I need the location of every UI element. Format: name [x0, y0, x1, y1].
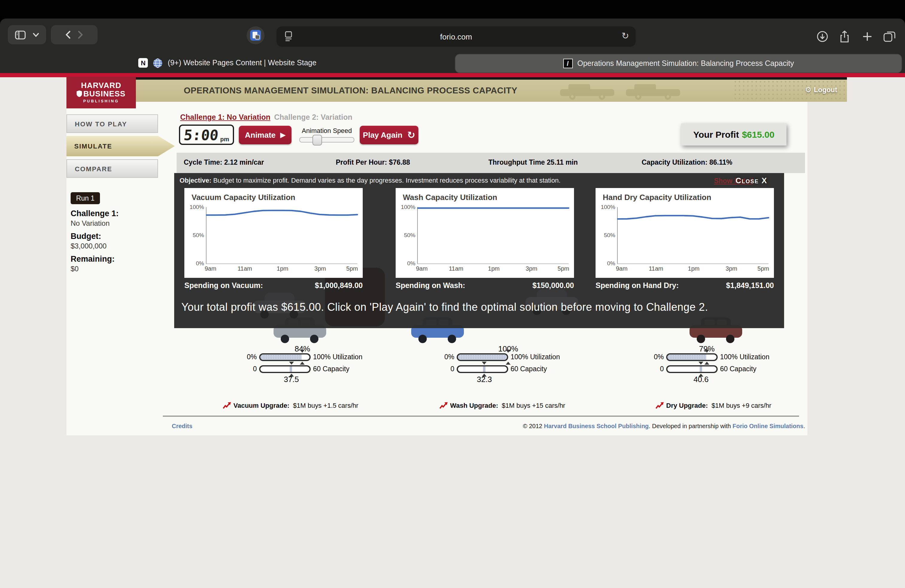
scale-max-label: 100% Utilization: [511, 353, 560, 361]
history-nav-group: [51, 25, 98, 44]
spending-value: $150,000.00: [532, 281, 574, 290]
spending-row-wash: Spending on Wash: $150,000.00: [395, 281, 574, 290]
spending-label: Spending on Wash:: [395, 281, 465, 290]
forward-button[interactable]: [78, 30, 83, 39]
upgrade-label: Vacuum Upgrade:: [233, 402, 289, 409]
capacity-value: 40.6: [683, 375, 719, 384]
utilization-fill: [260, 354, 302, 360]
extension-button[interactable]: [247, 26, 265, 44]
tab-challenge-2[interactable]: Challenge 2: Variation: [274, 113, 352, 122]
share-button[interactable]: [837, 29, 852, 44]
sidebar-item-simulate[interactable]: SIMULATE: [67, 136, 175, 156]
animation-speed-label: Animation Speed: [296, 127, 358, 134]
reload-icon[interactable]: ↻: [622, 30, 629, 41]
sidebar-item-compare[interactable]: COMPARE: [67, 159, 158, 178]
plot-area: [206, 207, 357, 264]
close-button[interactable]: Close X: [736, 176, 767, 185]
address-bar[interactable]: forio.com ↻: [276, 26, 636, 47]
animate-button[interactable]: Animate ▶: [239, 126, 292, 144]
objective-body: Budget to maximize profit. Demand varies…: [213, 176, 560, 184]
forio-favicon: /: [563, 59, 573, 68]
play-again-label: Play Again: [363, 130, 403, 140]
capacity-slider[interactable]: [666, 365, 718, 373]
capacity-min-label: 0: [421, 365, 454, 372]
clock-meridiem: pm: [220, 136, 229, 143]
y-tick: 100%: [186, 203, 204, 210]
utilization-line: [418, 207, 568, 264]
tab-overview-button[interactable]: [882, 29, 897, 44]
y-tick: 50%: [397, 232, 415, 238]
plot-area: [417, 207, 568, 264]
copyright-text: © 2012 Harvard Business School Publishin…: [419, 423, 805, 429]
nav-label: HOW TO PLAY: [75, 120, 127, 127]
capacity-min-label: 0: [223, 365, 257, 372]
stat-capacity-utilization: Capacity Utilization: 86.11%: [641, 159, 732, 166]
chart-vacuum-utilization: Vacuum Capacity Utilization 100% 50% 0% …: [184, 188, 363, 278]
animation-speed-slider[interactable]: [299, 137, 354, 143]
page-title: OPERATIONS MANAGEMENT SIMULATION: BALANC…: [184, 86, 518, 95]
sidebar-toggle-icon[interactable]: [15, 30, 26, 39]
y-tick: 0%: [597, 260, 615, 267]
profit-label: Your Profit: [693, 129, 739, 140]
forio-link[interactable]: Forio Online Simulations: [733, 423, 803, 429]
shield-icon: [77, 91, 82, 97]
new-tab-button[interactable]: [860, 29, 875, 44]
x-tick: 3pm: [310, 265, 330, 272]
y-tick: 0%: [186, 260, 204, 267]
car-silhouette-decor: [620, 83, 686, 100]
sidebar-item-how-to-play[interactable]: HOW TO PLAY: [67, 114, 158, 133]
y-tick: 50%: [597, 232, 615, 238]
capacity-min-label: 0: [630, 365, 664, 372]
spending-row-hand-dry: Spending on Hand Dry: $1,849,151.00: [595, 281, 774, 290]
slider-thumb[interactable]: [313, 135, 322, 146]
logo-line: BUSINESS: [84, 90, 126, 98]
tab-website-pages[interactable]: N (9+) Website Pages Content | Website S…: [5, 54, 450, 72]
scale-min-label: 0%: [630, 353, 664, 361]
extension-icon: [250, 30, 261, 41]
utilization-fill: [667, 354, 706, 360]
plot-area: [617, 207, 768, 264]
challenge-value: No Variation: [71, 219, 110, 227]
back-button[interactable]: [65, 30, 71, 39]
capacity-slider-thumb[interactable]: [699, 366, 702, 372]
upgrade-text: $1M buys +15 cars/hr: [502, 402, 565, 409]
remaining-label: Remaining:: [71, 254, 114, 264]
tab-challenge-1[interactable]: Challenge 1: No Variation: [180, 113, 270, 122]
nav-label: SIMULATE: [74, 143, 112, 150]
x-tick: 9am: [416, 265, 437, 272]
marker-icon: [705, 362, 709, 365]
capacity-slider[interactable]: [457, 365, 508, 373]
share-icon: [839, 30, 850, 43]
marker-icon: [300, 350, 305, 353]
globe-icon: [153, 58, 163, 68]
reader-mode-icon[interactable]: [284, 31, 293, 41]
stat-profit-per-hour: Profit Per Hour: $76.88: [336, 159, 410, 166]
downloads-button[interactable]: [815, 29, 830, 44]
publisher-link[interactable]: Harvard Business School Publishing: [544, 423, 649, 429]
utilization-fill: [458, 354, 507, 360]
run-badge[interactable]: Run 1: [71, 192, 100, 204]
station-controls-hand-dry: 79% 0% 100% Utilization 0 60 Capacity 40…: [630, 344, 810, 384]
credits-link[interactable]: Credits: [172, 423, 192, 429]
x-tick: 1pm: [684, 265, 704, 272]
play-again-button[interactable]: Play Again ↻: [360, 126, 418, 144]
result-message: Your total profit was $615.00. Click on …: [181, 301, 780, 314]
chart-title: Hand Dry Capacity Utilization: [603, 193, 711, 202]
station-controls-wash: 100% 0% 100% Utilization 0 60 Capacity 3…: [421, 344, 600, 384]
capacity-slider[interactable]: [259, 365, 311, 373]
logout-button[interactable]: ⚙ Logout: [805, 86, 837, 94]
harvard-business-publishing-logo[interactable]: HARVARD BUSINESS PUBLISHING: [67, 77, 136, 108]
chevron-down-icon[interactable]: [33, 33, 39, 37]
footer-divider: [163, 416, 799, 417]
x-tick: 1pm: [484, 265, 504, 272]
capacity-slider-thumb[interactable]: [290, 366, 292, 372]
marker-icon: [506, 350, 511, 353]
utilization-bar: [259, 353, 311, 361]
x-tick: 9am: [616, 265, 636, 272]
tab-simulation-active[interactable]: / Operations Management Simulation: Bala…: [455, 54, 902, 73]
spending-label: Spending on Vacuum:: [184, 281, 263, 290]
chart-wash-utilization: Wash Capacity Utilization 100% 50% 0% 9a…: [395, 188, 574, 278]
download-icon: [816, 30, 829, 43]
sidebar-toggle-group[interactable]: [8, 25, 46, 44]
capacity-slider-thumb[interactable]: [483, 366, 486, 372]
